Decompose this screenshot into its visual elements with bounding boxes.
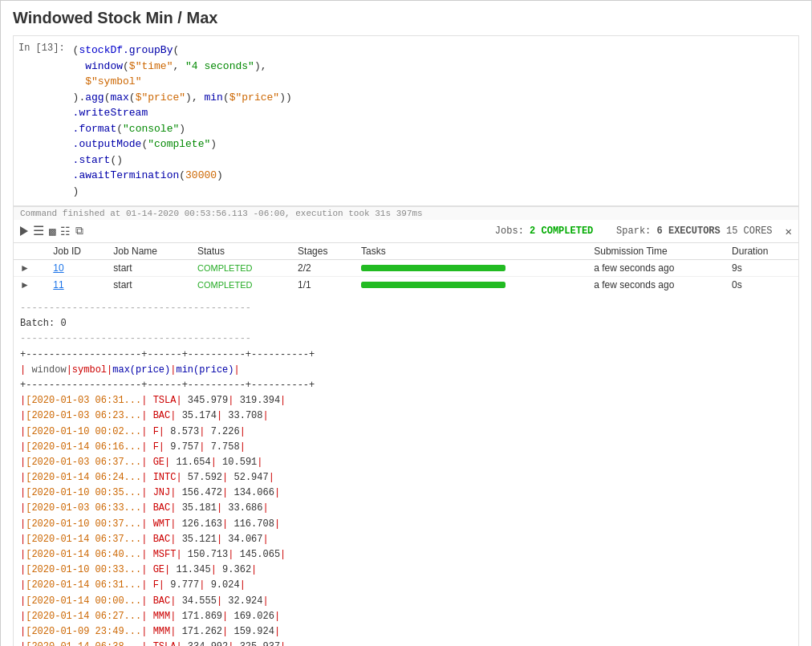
col-job-id: Job ID — [47, 243, 107, 260]
data-row-7: |[2020-01-10 00:35...| JNJ| 156.472| 134… — [20, 486, 792, 501]
notebook-cell: In [13]: (stockDf.groupBy( window($"time… — [13, 35, 799, 646]
table-border-mid: +--------------------+------+----------+… — [20, 378, 792, 393]
job-name-2: start — [107, 277, 191, 294]
cores-count: 15 CORES — [726, 225, 773, 237]
bar-chart-icon[interactable]: ▩ — [49, 225, 55, 238]
data-row-13: |[2020-01-14 06:31...| F| 9.777| 9.024| — [20, 578, 792, 593]
data-row-15: |[2020-01-14 06:27...| MMM| 171.869| 169… — [20, 609, 792, 624]
jobs-info: Jobs: 2 COMPLETED Spark: 6 EXECUTORS 15 … — [495, 225, 773, 237]
job-submission-1: a few seconds ago — [587, 260, 725, 277]
data-row-1: |[2020-01-03 06:31...| TSLA| 345.979| 31… — [20, 393, 792, 408]
table-row: ► 10 start COMPLETED 2/2 a few seconds a… — [14, 260, 798, 277]
table-border-top: +--------------------+------+----------+… — [20, 347, 792, 363]
code-line-2: window($"time", "4 seconds"), — [73, 59, 795, 75]
jobs-label: Jobs: — [495, 225, 524, 237]
data-row-4: |[2020-01-14 06:16...| F| 9.757| 7.758| — [20, 440, 792, 455]
row-expand-2[interactable]: ► — [14, 277, 47, 294]
code-line-6: .format("console") — [73, 121, 795, 137]
output-pre: ----------------------------------------… — [20, 301, 792, 646]
cell-code: (stockDf.groupBy( window($"time", "4 sec… — [70, 36, 798, 205]
job-duration-1: 9s — [725, 260, 798, 277]
col-job-name: Job Name — [107, 243, 191, 260]
code-line-3: $"symbol" — [73, 74, 795, 90]
code-line-8: .start() — [73, 152, 795, 169]
data-row-10: |[2020-01-14 06:37...| BAC| 35.121| 34.0… — [20, 532, 792, 547]
list-icon[interactable]: ☰ — [33, 223, 44, 239]
close-button[interactable]: ✕ — [786, 225, 792, 238]
job-name-1: start — [107, 260, 191, 277]
data-row-3: |[2020-01-10 00:02...| F| 8.573| 7.226| — [20, 425, 792, 440]
expand-icon[interactable] — [20, 226, 28, 236]
table-icon[interactable]: ☷ — [60, 225, 71, 238]
data-row-9: |[2020-01-10 00:37...| WMT| 126.163| 116… — [20, 517, 792, 532]
col-tasks: Tasks — [355, 243, 587, 260]
job-tasks-1 — [355, 260, 587, 277]
job-id-2[interactable]: 11 — [47, 277, 107, 294]
dashes-2: ---------------------------------------- — [20, 331, 792, 347]
progress-bar-2 — [361, 282, 505, 288]
table-header-row: Job ID Job Name Status Stages Tasks Subm… — [14, 243, 798, 260]
data-row-16: |[2020-01-09 23:49...| MMM| 171.262| 159… — [20, 624, 792, 640]
notebook-page: Windowed Stock Min / Max In [13]: (stock… — [0, 0, 812, 646]
jobs-bar-icons: ☰ ▩ ☷ ⧉ — [20, 223, 83, 239]
jobs-bar: ☰ ▩ ☷ ⧉ Jobs: 2 COMPLETED Spark: 6 EXECU… — [14, 220, 798, 243]
dashes-1: ---------------------------------------- — [20, 301, 792, 316]
progress-bar-1 — [361, 265, 505, 271]
code-line-1: (stockDf.groupBy( — [73, 43, 795, 59]
data-row-12: |[2020-01-10 00:33...| GE| 11.345| 9.362… — [20, 563, 792, 578]
executors-count: 6 EXECUTORS — [657, 225, 721, 237]
row-expand-1[interactable]: ► — [14, 260, 47, 277]
code-line-9: .awaitTermination(30000) — [73, 168, 795, 184]
col-expand — [14, 243, 47, 260]
code-line-7: .outputMode("complete") — [73, 136, 795, 152]
progress-fill-2 — [361, 282, 505, 288]
jobs-table-container: Job ID Job Name Status Stages Tasks Subm… — [14, 243, 798, 296]
data-row-5: |[2020-01-03 06:37...| GE| 11.654| 10.59… — [20, 455, 792, 470]
col-duration: Duration — [725, 243, 798, 260]
output-section: ----------------------------------------… — [14, 296, 798, 646]
table-header-row: | window|symbol|max(price)|min(price)| — [20, 363, 792, 378]
job-status-1: COMPLETED — [191, 260, 291, 277]
job-submission-2: a few seconds ago — [587, 277, 725, 294]
col-stages: Stages — [291, 243, 355, 260]
code-line-5: .writeStream — [73, 105, 795, 121]
job-stages-2: 1/1 — [291, 277, 355, 294]
data-row-6: |[2020-01-14 06:24...| INTC| 57.592| 52.… — [20, 470, 792, 486]
cell-label: In [13]: — [14, 36, 70, 60]
job-tasks-2 — [355, 277, 587, 294]
progress-fill-1 — [361, 265, 505, 271]
data-row-14: |[2020-01-14 00:00...| BAC| 34.555| 32.9… — [20, 594, 792, 609]
code-line-4: ).agg(max($"price"), min($"price")) — [73, 90, 795, 106]
code-line-10: ) — [73, 184, 795, 200]
data-row-2: |[2020-01-03 06:23...| BAC| 35.174| 33.7… — [20, 408, 792, 424]
export-icon[interactable]: ⧉ — [75, 225, 83, 238]
job-id-1[interactable]: 10 — [47, 260, 107, 277]
cmd-status: Command finished at 01-14-2020 00:53:56.… — [14, 206, 798, 220]
col-submission: Submission Time — [587, 243, 725, 260]
batch-label: Batch: 0 — [20, 316, 792, 331]
job-stages-1: 2/2 — [291, 260, 355, 277]
page-title: Windowed Stock Min / Max — [13, 9, 799, 27]
data-row-8: |[2020-01-03 06:33...| BAC| 35.181| 33.6… — [20, 501, 792, 516]
spark-label: Spark: — [616, 225, 651, 237]
data-row-11: |[2020-01-14 06:40...| MSFT| 150.713| 14… — [20, 547, 792, 563]
job-duration-2: 0s — [725, 277, 798, 294]
cell-input: In [13]: (stockDf.groupBy( window($"time… — [14, 36, 798, 206]
data-row-17: |[2020-01-14 06:38...| TSLA| 334.992| 32… — [20, 640, 792, 646]
job-status-2: COMPLETED — [191, 277, 291, 294]
table-row: ► 11 start COMPLETED 1/1 a few seconds a… — [14, 277, 798, 294]
jobs-count: 2 COMPLETED — [530, 225, 593, 237]
col-status: Status — [191, 243, 291, 260]
jobs-table: Job ID Job Name Status Stages Tasks Subm… — [14, 243, 798, 293]
